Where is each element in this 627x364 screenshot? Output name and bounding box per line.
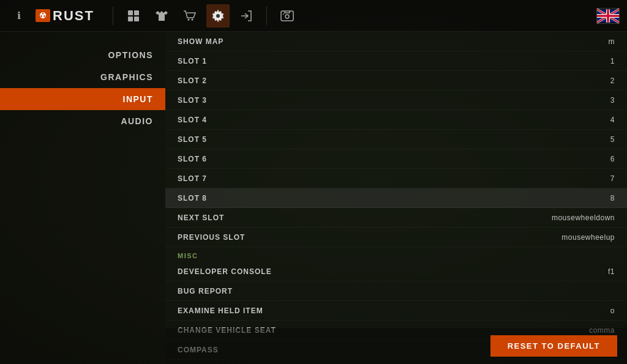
keybind-value-dev-console: f1 (566, 267, 615, 276)
keybind-value-examine-item: o (566, 306, 615, 315)
sidebar-item-options[interactable]: OPTIONS (0, 44, 165, 66)
keybind-row-slot5[interactable]: SLOT 5 5 (165, 130, 627, 149)
keybind-row-slot8[interactable]: SLOT 8 8 (165, 188, 627, 208)
exit-icon-btn[interactable] (235, 4, 258, 28)
svg-rect-0 (128, 10, 133, 15)
players-icon (127, 9, 140, 23)
keybind-row-dev-console[interactable]: DEVELOPER CONSOLE f1 (165, 262, 627, 281)
keybind-value-slot1: 1 (566, 57, 615, 65)
keybind-value-slot7: 7 (566, 174, 615, 183)
keybindings-panel: SHOW MAP m SLOT 1 1 SLOT 2 2 SLOT 3 3 SL… (165, 32, 627, 364)
cart-icon-btn[interactable] (178, 4, 201, 28)
keybind-label-dev-console: DEVELOPER CONSOLE (178, 267, 566, 276)
nav-divider-2 (266, 7, 267, 25)
svg-rect-3 (134, 17, 139, 21)
misc-section-header: MISC (165, 247, 627, 262)
rust-logo-icon: ☢ (36, 9, 50, 22)
keybind-row-slot2[interactable]: SLOT 2 2 (165, 71, 627, 91)
keybind-row-examine-item[interactable]: EXAMINE HELD ITEM o (165, 301, 627, 321)
keybind-value-show-map: m (566, 37, 615, 46)
rust-logo-group: ☢ RUST (36, 8, 94, 24)
keybind-label-slot2: SLOT 2 (178, 76, 566, 85)
bottom-bar: RESET TO DEFAULT (165, 328, 627, 364)
keybind-value-slot2: 2 (566, 76, 615, 85)
svg-point-4 (187, 18, 189, 20)
keybind-row-prev-slot[interactable]: PREVIOUS SLOT mousewheelup (165, 228, 627, 247)
keybind-row-bug-report[interactable]: BUG REPORT (165, 281, 627, 301)
shirt-icon-btn[interactable] (150, 4, 173, 28)
uk-flag-svg (597, 9, 619, 23)
sidebar-item-audio[interactable]: AUDIO (0, 110, 165, 132)
keybind-value-slot5: 5 (566, 135, 615, 144)
info-icon: ℹ (17, 10, 21, 21)
keybind-value-prev-slot: mousewheelup (561, 233, 615, 242)
keybind-row-slot4[interactable]: SLOT 4 4 (165, 110, 627, 130)
svg-point-5 (191, 18, 193, 20)
exit-icon (239, 9, 253, 23)
keybind-label-slot6: SLOT 6 (178, 155, 566, 163)
keybind-value-slot6: 6 (566, 155, 615, 163)
keybind-row-slot6[interactable]: SLOT 6 6 (165, 149, 627, 169)
keybind-label-slot8: SLOT 8 (178, 194, 566, 202)
screenshot-icon (280, 9, 295, 23)
screenshot-icon-btn[interactable] (276, 4, 299, 28)
keybind-row-show-map[interactable]: SHOW MAP m (165, 32, 627, 51)
reset-to-default-button[interactable]: RESET TO DEFAULT (490, 335, 617, 357)
keybind-label-examine-item: EXAMINE HELD ITEM (178, 306, 566, 315)
keybind-label-slot1: SLOT 1 (178, 57, 566, 65)
sidebar-item-graphics[interactable]: GRAPHICS (0, 66, 165, 88)
keybind-value-slot3: 3 (566, 96, 615, 105)
keybind-label-show-map: SHOW MAP (178, 37, 566, 46)
keybind-label-slot4: SLOT 4 (178, 116, 566, 124)
keybind-value-slot4: 4 (566, 116, 615, 124)
keybind-row-slot7[interactable]: SLOT 7 7 (165, 169, 627, 188)
keybind-label-slot7: SLOT 7 (178, 174, 566, 183)
keybind-label-prev-slot: PREVIOUS SLOT (178, 233, 561, 242)
top-nav: ℹ ☢ RUST (0, 0, 627, 32)
sidebar-item-input[interactable]: INPUT (0, 88, 165, 110)
keybind-value-slot8: 8 (566, 194, 615, 202)
keybind-label-slot3: SLOT 3 (178, 96, 566, 105)
players-icon-btn[interactable] (122, 4, 145, 28)
settings-icon (211, 9, 225, 23)
keybind-row-slot3[interactable]: SLOT 3 3 (165, 91, 627, 110)
nav-icons-group: ℹ ☢ RUST (7, 4, 299, 28)
svg-point-8 (285, 15, 289, 18)
cart-icon (183, 9, 197, 23)
language-flag[interactable] (596, 8, 620, 24)
sidebar: OPTIONS GRAPHICS INPUT AUDIO (0, 32, 165, 364)
info-icon-btn[interactable]: ℹ (7, 4, 31, 28)
shirt-icon (155, 10, 168, 22)
nav-divider-1 (113, 7, 113, 25)
keybind-row-slot1[interactable]: SLOT 1 1 (165, 51, 627, 71)
keybind-label-slot5: SLOT 5 (178, 135, 566, 144)
keybind-label-bug-report: BUG REPORT (178, 287, 566, 295)
keybind-value-next-slot: mousewheeldown (552, 214, 615, 222)
main-content: OPTIONS GRAPHICS INPUT AUDIO SHOW MAP m … (0, 32, 627, 364)
rust-logo-text: RUST (53, 8, 94, 24)
keybind-row-next-slot[interactable]: NEXT SLOT mousewheeldown (165, 208, 627, 228)
svg-rect-1 (134, 10, 139, 15)
svg-rect-2 (128, 17, 133, 21)
settings-icon-btn[interactable] (206, 4, 230, 28)
keybind-label-next-slot: NEXT SLOT (178, 214, 552, 222)
